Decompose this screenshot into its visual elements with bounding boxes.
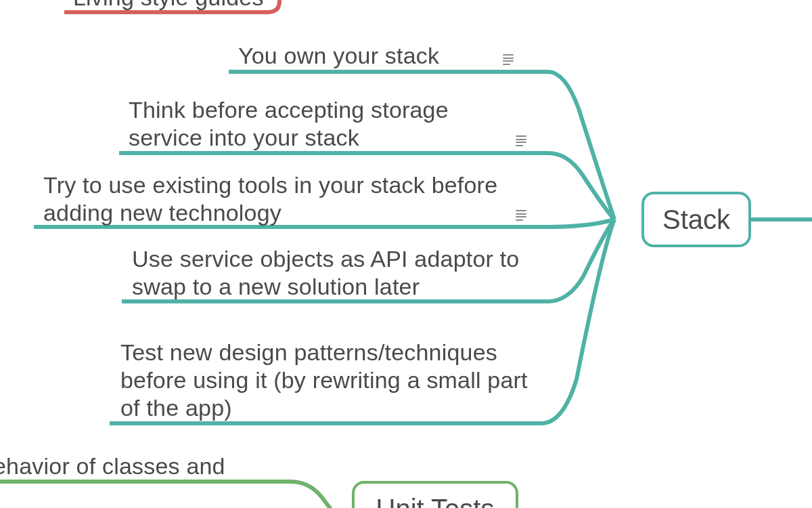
node-stack-child-1[interactable]: You own your stack [238, 42, 529, 70]
notes-icon[interactable] [516, 210, 526, 221]
node-stack-label: Stack [662, 205, 730, 235]
node-stack-child-3-label: Try to use existing tools in your stack … [43, 172, 497, 226]
node-partial-behavior-label: ehavior of classes and [0, 453, 225, 479]
node-unit-tests-label: Unit Tests [376, 494, 495, 509]
node-stack-child-2[interactable]: Think before accepting storage service i… [129, 96, 508, 152]
node-stack-child-4[interactable]: Use service objects as API adaptor to sw… [132, 245, 538, 301]
node-stack-child-1-label: You own your stack [238, 43, 439, 68]
node-unit-tests[interactable]: Unit Tests [352, 481, 518, 508]
node-stack-child-4-label: Use service objects as API adaptor to sw… [132, 246, 519, 299]
branch-unit-tests-1 [0, 482, 342, 508]
node-stack-child-5[interactable]: Test new design patterns/techniques befo… [120, 339, 540, 421]
node-stack-child-5-label: Test new design patterns/techniques befo… [120, 339, 528, 421]
node-stack-child-3[interactable]: Try to use existing tools in your stack … [43, 171, 503, 227]
node-stack-child-2-label: Think before accepting storage service i… [129, 97, 449, 150]
notes-icon[interactable] [516, 135, 526, 146]
node-stack[interactable]: Stack [641, 192, 751, 247]
node-living-style-guides[interactable]: Living style guides [73, 0, 276, 12]
node-living-style-guides-label: Living style guides [73, 0, 264, 10]
notes-icon[interactable] [503, 54, 514, 65]
node-partial-behavior[interactable]: ehavior of classes and [0, 452, 277, 480]
